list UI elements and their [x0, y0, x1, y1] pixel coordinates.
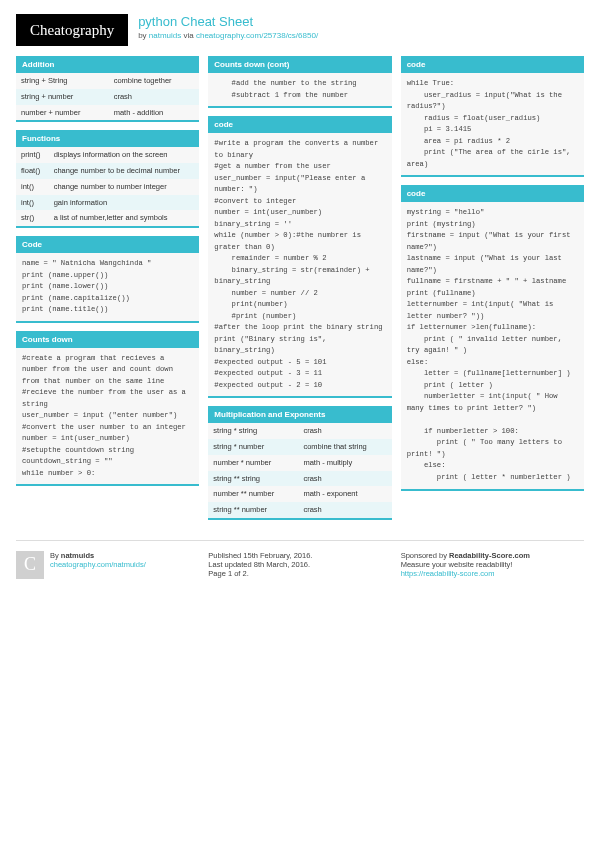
byline-via: via: [181, 31, 196, 40]
table-row: string + Stringcombine together: [16, 73, 199, 89]
table-cell: number + number: [16, 105, 109, 121]
column-2: Counts down (cont) #add the number to th…: [208, 56, 391, 528]
sponsor-pre: Sponsored by: [401, 551, 449, 560]
section-body: #add the number to the string #subtract …: [208, 73, 391, 108]
code-block: #write a program the converts a number t…: [208, 133, 391, 396]
section-block: Counts down (cont) #add the number to th…: [208, 56, 391, 108]
footer-sponsor: Sponsored by Readability-Score.com Measu…: [401, 551, 584, 579]
section-header: Code: [16, 236, 199, 253]
code-block: mystring = "hello" print (mystring) firs…: [401, 202, 584, 488]
section-block: code#write a program the converts a numb…: [208, 116, 391, 398]
column-3: codewhile True: user_radius = input("Wha…: [401, 56, 584, 528]
author-link[interactable]: natmuids: [149, 31, 181, 40]
table-cell: a list of number,letter and symbols: [49, 210, 200, 226]
section-header: Functions: [16, 130, 199, 147]
table-cell: string * string: [208, 423, 298, 439]
footer: C By natmuids cheatography.com/natmuids/…: [16, 540, 584, 579]
site-logo: Cheatography: [16, 14, 128, 46]
table-cell: str(): [16, 210, 49, 226]
table-row: string * numbercombine that string: [208, 439, 391, 455]
section-body: mystring = "hello" print (mystring) firs…: [401, 202, 584, 490]
section-body: name = " Natnicha Wangchinda " print (na…: [16, 253, 199, 323]
table-cell: change number to be decimal number: [49, 163, 200, 179]
content-columns: Additionstring + Stringcombine togethers…: [16, 56, 584, 528]
source-link[interactable]: cheatography.com/25738/cs/6850/: [196, 31, 318, 40]
sponsor-name: Readability-Score.com: [449, 551, 530, 560]
footer-author-name: natmuids: [61, 551, 94, 560]
code-block: name = " Natnicha Wangchinda " print (na…: [16, 253, 199, 321]
section-block: Multiplication and Exponentsstring * str…: [208, 406, 391, 520]
code-block: #create a program that recieves a number…: [16, 348, 199, 485]
table-row: number * numbermath - multiply: [208, 455, 391, 471]
section-block: Additionstring + Stringcombine togethers…: [16, 56, 199, 122]
table-cell: number ** number: [208, 486, 298, 502]
section-body: while True: user_radius = input("What is…: [401, 73, 584, 177]
table-cell: crash: [298, 502, 391, 518]
published-date: Published 15th February, 2016.: [208, 551, 391, 560]
table-cell: number * number: [208, 455, 298, 471]
table-cell: string + number: [16, 89, 109, 105]
data-table: string * stringcrashstring * numbercombi…: [208, 423, 391, 518]
section-body: print()displays information on the scree…: [16, 147, 199, 228]
table-row: float()change number to be decimal numbe…: [16, 163, 199, 179]
section-block: Counts down#create a program that reciev…: [16, 331, 199, 487]
table-cell: float(): [16, 163, 49, 179]
section-header: Addition: [16, 56, 199, 73]
page-title: python Cheat Sheet: [138, 14, 584, 29]
footer-meta: Published 15th February, 2016. Last upda…: [208, 551, 391, 579]
table-cell: int(): [16, 195, 49, 211]
table-cell: math - exponent: [298, 486, 391, 502]
table-cell: displays information on the screen: [49, 147, 200, 163]
table-cell: combine together: [109, 73, 200, 89]
table-cell: crash: [298, 423, 391, 439]
table-row: print()displays information on the scree…: [16, 147, 199, 163]
footer-author-link[interactable]: cheatography.com/natmuids/: [50, 560, 146, 569]
sponsor-link[interactable]: https://readability-score.com: [401, 569, 495, 578]
section-body: #create a program that recieves a number…: [16, 348, 199, 487]
section-header: Counts down (cont): [208, 56, 391, 73]
page-number: Page 1 of 2.: [208, 569, 391, 578]
table-cell: math - addition: [109, 105, 200, 121]
table-cell: string ** string: [208, 471, 298, 487]
section-body: #write a program the converts a number t…: [208, 133, 391, 398]
data-table: print()displays information on the scree…: [16, 147, 199, 226]
table-row: string * stringcrash: [208, 423, 391, 439]
section-block: Functionsprint()displays information on …: [16, 130, 199, 228]
header: Cheatography python Cheat Sheet by natmu…: [16, 14, 584, 46]
table-row: string + numbercrash: [16, 89, 199, 105]
code-block: #add the number to the string #subtract …: [208, 73, 391, 106]
footer-author: C By natmuids cheatography.com/natmuids/: [16, 551, 199, 579]
section-block: Codename = " Natnicha Wangchinda " print…: [16, 236, 199, 323]
table-cell: int(): [16, 179, 49, 195]
table-cell: gain information: [49, 195, 200, 211]
table-cell: print(): [16, 147, 49, 163]
code-block: while True: user_radius = input("What is…: [401, 73, 584, 175]
table-row: number + numbermath - addition: [16, 105, 199, 121]
avatar: C: [16, 551, 44, 579]
section-header: code: [401, 56, 584, 73]
table-row: number ** numbermath - exponent: [208, 486, 391, 502]
byline: by natmuids via cheatography.com/25738/c…: [138, 31, 584, 40]
table-cell: string * number: [208, 439, 298, 455]
table-cell: string ** number: [208, 502, 298, 518]
byline-by: by: [138, 31, 149, 40]
table-row: string ** numbercrash: [208, 502, 391, 518]
table-cell: math - multiply: [298, 455, 391, 471]
table-cell: crash: [109, 89, 200, 105]
section-block: codemystring = "hello" print (mystring) …: [401, 185, 584, 490]
column-1: Additionstring + Stringcombine togethers…: [16, 56, 199, 528]
table-cell: string + String: [16, 73, 109, 89]
data-table: string + Stringcombine togetherstring + …: [16, 73, 199, 120]
table-cell: change number to number integer: [49, 179, 200, 195]
section-body: string * stringcrashstring * numbercombi…: [208, 423, 391, 520]
section-header: code: [401, 185, 584, 202]
table-row: int()change number to number integer: [16, 179, 199, 195]
table-row: int()gain information: [16, 195, 199, 211]
updated-date: Last updated 8th March, 2016.: [208, 560, 391, 569]
section-block: codewhile True: user_radius = input("Wha…: [401, 56, 584, 177]
table-cell: crash: [298, 471, 391, 487]
section-body: string + Stringcombine togetherstring + …: [16, 73, 199, 122]
footer-by: By: [50, 551, 61, 560]
section-header: Multiplication and Exponents: [208, 406, 391, 423]
table-cell: combine that string: [298, 439, 391, 455]
